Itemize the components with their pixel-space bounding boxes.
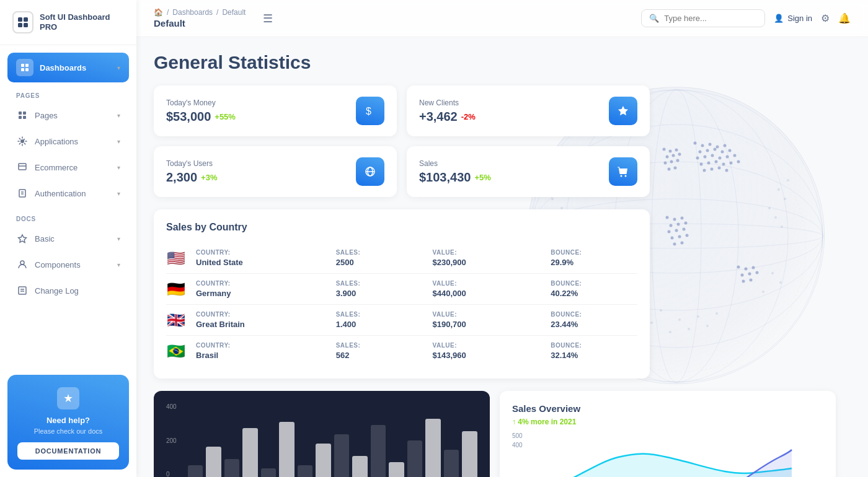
col-header-bounce-br: Bounce: <box>551 342 637 349</box>
col-header-country-br: Country: <box>196 342 326 349</box>
logo-text: Soft UI Dashboard PRO <box>40 12 124 32</box>
applications-arrow: ▾ <box>117 138 120 145</box>
sidebar: Soft UI Dashboard PRO Dashboards ▾ PAGES <box>0 0 136 477</box>
svg-point-54 <box>675 149 678 152</box>
stat-label-sales: Sales <box>419 159 491 168</box>
svg-point-53 <box>669 150 672 153</box>
svg-point-114 <box>737 266 740 269</box>
bar-15 <box>444 450 459 477</box>
svg-point-118 <box>748 273 751 276</box>
svg-rect-4 <box>21 64 24 67</box>
documentation-button[interactable]: DOCUMENTATION <box>17 442 119 460</box>
sign-in-button[interactable]: 👤 Sign in <box>774 14 812 23</box>
svg-point-93 <box>677 223 680 226</box>
sidebar-item-ecommerce[interactable]: Ecommerce ▾ <box>7 155 129 180</box>
col-value-value-br: $143,960 <box>432 351 541 360</box>
stat-label-users: Today's Users <box>166 159 217 168</box>
sidebar-item-changelog[interactable]: Change Log <box>7 278 129 303</box>
stat-change-sales: +5% <box>474 173 490 182</box>
overview-line-chart <box>512 445 823 477</box>
charts-row: 400 200 0 <box>154 391 836 477</box>
svg-point-143 <box>650 322 653 324</box>
breadcrumb: 🏠 / Dashboards / Default Default <box>154 8 246 28</box>
svg-point-52 <box>663 148 666 151</box>
svg-rect-7 <box>25 68 29 71</box>
stat-icon-sales <box>609 157 637 186</box>
svg-rect-8 <box>19 112 22 115</box>
svg-point-87 <box>718 167 721 170</box>
country-col-de: Country: Germany <box>196 280 326 298</box>
search-box[interactable]: 🔍 <box>641 9 765 27</box>
svg-point-82 <box>722 163 725 166</box>
svg-point-92 <box>670 224 673 227</box>
svg-point-89 <box>666 216 669 219</box>
country-row-br: 🇧🇷 Country: Brasil Sales: 562 Value: $14… <box>166 336 637 366</box>
col-header-sales-gb: Sales: <box>336 311 423 318</box>
col-header-value-br: Value: <box>432 342 541 349</box>
dashboards-arrow: ▾ <box>117 64 120 71</box>
stats-section: Today's Money $53,000 +55% $ New Clients <box>154 85 650 197</box>
col-value-value-us: $230,900 <box>432 258 541 267</box>
logo-icon <box>12 11 33 33</box>
svg-point-134 <box>768 207 771 209</box>
sales-overview-card: Sales Overview ↑ 4% more in 2021 500 400 <box>500 391 836 477</box>
svg-point-81 <box>715 160 718 164</box>
stat-change-users: +3% <box>201 173 217 182</box>
col-value-country-us: United State <box>196 258 326 267</box>
sidebar-item-dashboards[interactable]: Dashboards ▾ <box>7 53 129 82</box>
settings-icon[interactable]: ⚙ <box>821 12 830 24</box>
svg-point-136 <box>781 225 783 228</box>
sidebar-nav: Dashboards ▾ PAGES Pages ▾ <box>0 45 136 367</box>
country-col-gb: Country: Great Britain <box>196 311 326 329</box>
notification-icon[interactable]: 🔔 <box>838 12 851 24</box>
svg-point-80 <box>707 162 711 165</box>
svg-point-70 <box>714 148 717 151</box>
search-input[interactable] <box>664 14 757 23</box>
ecommerce-icon <box>16 161 29 173</box>
col-value-country-gb: Great Britain <box>196 320 326 329</box>
sign-in-label: Sign in <box>787 14 812 23</box>
col-header-value-us: Value: <box>432 249 541 256</box>
country-col-br: Country: Brasil <box>196 342 326 360</box>
country-row-de: 🇩🇪 Country: Germany Sales: 3.900 Value: … <box>166 274 637 305</box>
dashboard-icon <box>16 59 33 76</box>
components-label: Components <box>35 260 111 269</box>
bar-10 <box>352 456 368 477</box>
overview-title: Sales Overview <box>512 403 823 414</box>
col-header-country-de: Country: <box>196 280 326 287</box>
svg-rect-2 <box>18 23 22 27</box>
breadcrumb-separator2: / <box>216 8 218 17</box>
flag-de: 🇩🇪 <box>166 281 186 298</box>
ecommerce-arrow: ▾ <box>117 164 120 171</box>
components-arrow: ▾ <box>117 261 120 268</box>
ecommerce-label: Ecommerce <box>35 163 111 172</box>
svg-point-77 <box>726 155 729 159</box>
col-header-country-us: Country: <box>196 249 326 256</box>
svg-point-100 <box>686 234 689 237</box>
sidebar-item-authentication[interactable]: Authentication ▾ <box>7 181 129 206</box>
svg-point-144 <box>660 309 662 312</box>
svg-point-85 <box>703 169 706 172</box>
breadcrumb-dashboards: Dashboards <box>172 8 213 17</box>
sidebar-item-applications[interactable]: Applications ▾ <box>7 129 129 154</box>
bounce-col-gb: Bounce: 23.44% <box>551 311 637 329</box>
help-star-icon: ★ <box>57 387 79 409</box>
changelog-label: Change Log <box>35 286 120 295</box>
svg-point-135 <box>774 216 777 219</box>
sidebar-item-pages[interactable]: Pages ▾ <box>7 103 129 128</box>
components-icon <box>16 258 29 271</box>
country-row-gb: 🇬🇧 Country: Great Britain Sales: 1.400 V… <box>166 305 637 336</box>
sidebar-item-components[interactable]: Components ▾ <box>7 252 129 277</box>
stat-value-money: $53,000 <box>166 110 211 124</box>
col-header-bounce-de: Bounce: <box>551 280 637 287</box>
col-value-country-de: Germany <box>196 289 326 298</box>
stat-label-clients: New Clients <box>419 98 476 107</box>
svg-rect-5 <box>25 64 29 67</box>
col-header-bounce-us: Bounce: <box>551 249 637 256</box>
breadcrumb-current: Default <box>222 8 246 17</box>
sales-col-br: Sales: 562 <box>336 342 423 360</box>
hamburger-menu[interactable]: ☰ <box>258 9 278 28</box>
applications-label: Applications <box>35 137 111 146</box>
page-title: General Statistics <box>154 52 851 73</box>
sidebar-item-basic[interactable]: Basic ▾ <box>7 226 129 251</box>
